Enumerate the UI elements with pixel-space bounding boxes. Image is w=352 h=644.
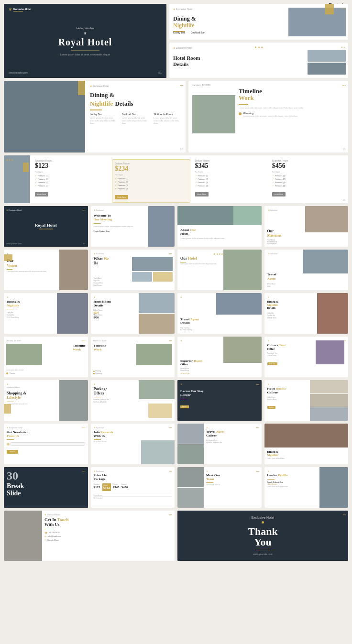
- timeline-body: Lorem ipsum dolor sit amet, enim mollis …: [239, 107, 344, 109]
- team-photos: [177, 467, 204, 508]
- pl-col1: Standard $123: [94, 483, 100, 491]
- superior-offer-photo: [223, 337, 262, 363]
- slide-welcome-meeting: ••• ♛ Exclusive Welcome ToOur Meeting Lo…: [91, 206, 175, 247]
- room-sm-p1: [139, 293, 175, 313]
- price-deluxe2: Deluxe Room $345 Per Night ✓Features (1)…: [195, 159, 267, 203]
- slide-rooms-gallery: ••• ♛ Hotel RoomsGallery Lobby Room Supe…: [264, 380, 349, 421]
- travel-gal-dots: •••: [256, 426, 259, 429]
- package-photo2: [148, 404, 172, 418]
- tl-sm1-label: Planning: [10, 372, 15, 374]
- package-i2: Bar Tours & Nightlife: [94, 401, 172, 403]
- row-7: ••• January, 12 2020 Lorem ipsum dolor s…: [4, 337, 348, 377]
- newsletter-content: ♛ Exclusive Hotel Get NewsletterFrom Us …: [4, 424, 88, 457]
- whatwedo-photos: [132, 257, 173, 282]
- travel-gal-items: Air Ventures Prof. Londoner, Westmore Et…: [206, 439, 259, 444]
- slide-dining-details-sm: ••• ♛ Dining &NightlifeDetails Lobby Bar…: [264, 293, 349, 334]
- newsletter-div: [7, 439, 14, 440]
- tl-sm2-items: Planning Evaluating: [93, 370, 102, 374]
- dining-details-content: ♛ Exclusive Hotel Dining & Nightlife Det…: [90, 85, 182, 125]
- dining-content: ♛ Exclusive Hotel Dining &Nightlife Lobb…: [169, 4, 348, 38]
- whatwedo-photo1: [132, 257, 173, 271]
- superior-offer-items: Shuttle Room Shuttle Room ★★★★★: [180, 368, 190, 374]
- slide-dining-details: ••• ♛ Exclusive Hotel Dining & Nightlife…: [4, 81, 186, 153]
- touch-photo: [4, 511, 42, 561]
- row-2: ••• ♛ Exclusive Hotel Dining & Nightlife…: [4, 81, 348, 153]
- vision-photo: [59, 250, 88, 290]
- lobby-bar-label: Lobby Bar: [173, 31, 185, 34]
- slide-thank-you: ••• Exclusive Hotel ThankYou www.yoursit…: [177, 511, 348, 561]
- newsletter-btn[interactable]: Subscribe: [7, 450, 18, 454]
- whatwedo-item1: Travel Agent: [94, 277, 104, 279]
- touch-phone-icon: ☎: [44, 531, 47, 534]
- slide-our-hotel: ••• ★ ★ ★ ★ ★ Our Hotel Lorem ipsum dolo…: [177, 250, 262, 290]
- superior-btn[interactable]: Book Now: [272, 192, 286, 196]
- planning-dot: [239, 112, 242, 115]
- travel-gal-p2: [177, 444, 204, 464]
- break-content: 30 BreakSlide: [4, 467, 88, 500]
- royal-mini-num: 01: [83, 242, 85, 245]
- about-photo-1: [177, 206, 233, 225]
- superior-f4: ✓Features (4): [272, 184, 344, 187]
- row-5: ••• ♛ OurVision Lorem ipsum dolor sit am…: [4, 250, 348, 290]
- slides-grid: ♛ Exclusive Hotel Hello, We Are ♛ Royal …: [4, 4, 348, 561]
- team-brand: ♛: [206, 470, 259, 472]
- standard-price: $123: [35, 162, 107, 170]
- gallery-p2: [310, 394, 348, 407]
- row-4: ••• ♛ Exclusive Hotel Royal Hotel www.yo…: [4, 206, 348, 247]
- room-sm-p2: [139, 314, 175, 334]
- thankyou-url: www.yoursite.com: [253, 553, 272, 556]
- newsletter-title: Get NewsletterFrom Us: [7, 431, 85, 438]
- pl-col4: Superior $456: [121, 483, 128, 491]
- slide-break: 30 BreakSlide •••: [4, 467, 88, 508]
- pl-col4-price: $456: [121, 485, 128, 489]
- culture-btn[interactable]: Book Now: [267, 362, 277, 365]
- slide-dining-nightlife: ♛ Exclusive Hotel Dining &Nightlife Lobb…: [169, 4, 348, 40]
- whatwedo-photo3: [153, 272, 173, 282]
- planning-body: Lorem ipsum dolor sit amet, enim mollis …: [243, 115, 298, 117]
- hero-brand-line: [13, 11, 23, 11]
- about-title: About OurHotel: [180, 228, 259, 236]
- excuse-btn[interactable]: Explore: [180, 405, 189, 408]
- whatwedo-brand: ♛ Exclusive: [94, 252, 172, 255]
- slide-newsletter: ••• ♛ Exclusive Hotel Get NewsletterFrom…: [4, 424, 88, 464]
- ourhotel-div: [180, 262, 186, 262]
- dining-items: Lobby Bar Cocktail Bar: [173, 31, 205, 34]
- team-body: Lorem ipsum dolor sit: [206, 484, 259, 486]
- gallery-btn[interactable]: Explore: [267, 406, 276, 409]
- deluxe2-f2: ✓Features (2): [195, 177, 267, 180]
- pl-col3: Premier $345: [113, 483, 120, 491]
- travel-gal-i2: Londoner, Westmore Etc.: [206, 442, 259, 444]
- dining-gal-content: Dining &Nightlife Lorem ipsum dolor sit …: [264, 448, 349, 464]
- touch-phone: ☎ +1 234 5678: [44, 531, 172, 534]
- tl-sm2-item2: Evaluating: [93, 372, 102, 374]
- travel-det-photo: [216, 293, 262, 315]
- hero-tagline: Hello, We Are: [12, 26, 158, 29]
- superior-offer-stars: ★★★★★: [180, 372, 190, 374]
- newsletter-input[interactable]: [11, 442, 85, 446]
- about-body: Lorem ipsum dolor sit amet enim mollis a…: [180, 237, 259, 240]
- slide-get-in-touch: ••• ♛ Exclusive Hotel Get In TouchWith U…: [4, 511, 175, 561]
- team-p1: [177, 467, 204, 487]
- slide-timeline-sm2: ••• March, 17 2020 TimelineWork Planning…: [91, 337, 175, 377]
- deluxe2-btn[interactable]: Book Now: [195, 192, 209, 196]
- row-1: ♛ Exclusive Hotel Hello, We Are ♛ Royal …: [4, 4, 348, 78]
- pricing-stars: ★ ★ ★: [6, 158, 13, 161]
- excuse-brand: ♛: [180, 383, 259, 385]
- dining-gal-photo: [264, 424, 349, 448]
- tl-sm1-date: January, 12 2020: [6, 339, 21, 342]
- about-photo-2: [233, 206, 261, 225]
- dining-brand: ♛ Exclusive Hotel: [173, 8, 344, 11]
- standard-per: Per Night: [35, 171, 107, 173]
- whatwedo-photo2: [132, 272, 152, 282]
- slide-what-we-do: ••• ♛ Exclusive What WeDo Travel Ag: [91, 250, 175, 290]
- travel-det-items: Stop Traveling No Place Traveling: [180, 327, 192, 331]
- cocktail-bar-item: Cocktail Bar: [191, 31, 205, 34]
- deluxe-btn[interactable]: Book Now: [115, 195, 128, 199]
- tl-sm1-planning: Planning: [6, 372, 86, 374]
- slide-join-rewards: ••• ♛ Exclusive Join RewardsWith Us 30 B…: [91, 424, 175, 464]
- break-num: 30: [7, 470, 85, 481]
- standard-btn[interactable]: Book Now: [35, 192, 48, 196]
- travel-gal-title: Travel AgentGallery: [206, 430, 259, 437]
- deluxe-f2: ✓Features (2): [115, 180, 187, 183]
- slide-shopping: ••• ♛ Exclusive Hotel Shopping &Lifestyl…: [4, 380, 88, 421]
